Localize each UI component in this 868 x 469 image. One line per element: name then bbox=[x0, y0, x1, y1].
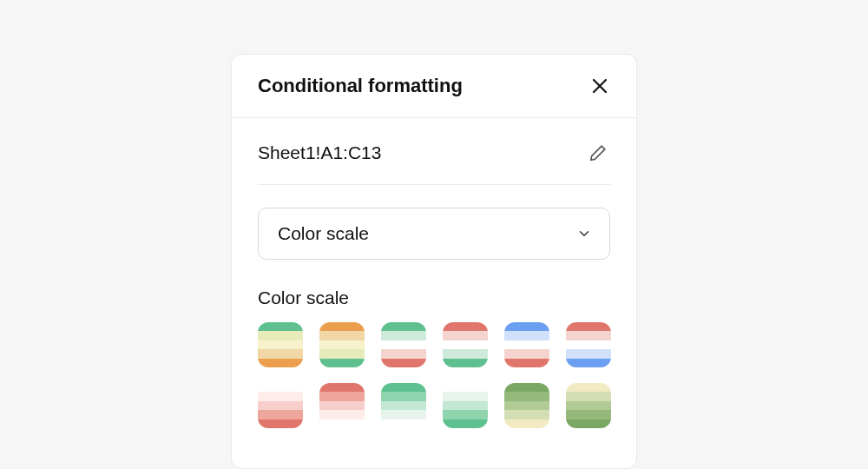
swatch-band bbox=[258, 401, 303, 410]
color-scale-swatch-grid bbox=[258, 322, 610, 428]
swatch-band bbox=[504, 340, 549, 349]
swatch-band bbox=[566, 383, 611, 392]
swatch-band bbox=[504, 419, 549, 428]
swatch-band bbox=[258, 340, 303, 349]
swatch-band bbox=[319, 383, 365, 392]
swatch-band bbox=[443, 419, 488, 428]
swatch-band bbox=[258, 331, 303, 340]
swatch-band bbox=[319, 340, 365, 349]
color-scale-swatch-green-white[interactable] bbox=[381, 383, 426, 428]
close-button[interactable] bbox=[588, 74, 612, 98]
swatch-band bbox=[258, 359, 303, 367]
swatch-band bbox=[566, 401, 611, 410]
swatch-band bbox=[504, 401, 549, 410]
rule-type-select[interactable]: Color scale bbox=[258, 208, 610, 260]
swatch-band bbox=[381, 392, 426, 400]
swatch-band bbox=[504, 359, 549, 367]
swatch-band bbox=[381, 410, 426, 419]
swatch-band bbox=[381, 383, 426, 392]
swatch-band bbox=[258, 383, 303, 392]
swatch-band bbox=[566, 410, 611, 419]
swatch-band bbox=[381, 401, 426, 410]
range-row: Sheet1!A1:C13 bbox=[258, 120, 610, 185]
swatch-band bbox=[319, 331, 365, 340]
color-scale-swatch-red-white[interactable] bbox=[319, 383, 365, 428]
swatch-band bbox=[566, 392, 611, 400]
swatch-band bbox=[258, 349, 303, 358]
swatch-band bbox=[381, 322, 426, 331]
range-text: Sheet1!A1:C13 bbox=[258, 142, 381, 163]
swatch-band bbox=[443, 359, 488, 367]
swatch-band bbox=[443, 322, 488, 331]
rule-type-value: Color scale bbox=[278, 223, 369, 244]
swatch-band bbox=[504, 331, 549, 340]
swatch-band bbox=[381, 419, 426, 428]
swatch-band bbox=[319, 359, 365, 367]
color-scale-swatch-green-yellow-orange[interactable] bbox=[258, 322, 303, 367]
swatch-band bbox=[566, 349, 611, 358]
swatch-band bbox=[258, 410, 303, 419]
close-icon bbox=[591, 77, 608, 95]
panel-header: Conditional formatting bbox=[232, 55, 636, 118]
swatch-band bbox=[381, 359, 426, 367]
color-scale-swatch-green-white-red[interactable] bbox=[381, 322, 426, 367]
swatch-band bbox=[319, 349, 365, 358]
swatch-band bbox=[443, 410, 488, 419]
swatch-band bbox=[566, 340, 611, 349]
swatch-band bbox=[381, 331, 426, 340]
swatch-band bbox=[443, 401, 488, 410]
color-scale-section-label: Color scale bbox=[258, 287, 610, 308]
swatch-band bbox=[504, 349, 549, 358]
panel-body: Color scale Color scale bbox=[232, 185, 636, 428]
swatch-band bbox=[381, 340, 426, 349]
swatch-band bbox=[319, 419, 365, 428]
swatch-band bbox=[566, 419, 611, 428]
swatch-band bbox=[504, 410, 549, 419]
swatch-band bbox=[443, 383, 488, 392]
color-scale-swatch-yellow-green[interactable] bbox=[566, 383, 611, 428]
edit-range-button[interactable] bbox=[586, 141, 610, 165]
swatch-band bbox=[319, 392, 365, 400]
color-scale-swatch-red-white-blue[interactable] bbox=[566, 322, 611, 367]
swatch-band bbox=[566, 359, 611, 367]
chevron-down-icon bbox=[576, 226, 592, 241]
color-scale-swatch-white-green[interactable] bbox=[443, 383, 488, 428]
swatch-band bbox=[504, 383, 549, 392]
pencil-icon bbox=[589, 143, 608, 162]
color-scale-swatch-red-white-green[interactable] bbox=[443, 322, 488, 367]
swatch-band bbox=[258, 322, 303, 331]
color-scale-swatch-orange-yellow-green[interactable] bbox=[319, 322, 365, 367]
swatch-band bbox=[319, 322, 365, 331]
color-scale-swatch-blue-white-red[interactable] bbox=[504, 322, 549, 367]
swatch-band bbox=[258, 419, 303, 428]
swatch-band bbox=[258, 392, 303, 400]
swatch-band bbox=[319, 410, 365, 419]
conditional-formatting-panel: Conditional formatting Sheet1!A1:C13 Col… bbox=[231, 54, 637, 469]
color-scale-swatch-green-yellow[interactable] bbox=[504, 383, 549, 428]
swatch-band bbox=[504, 322, 549, 331]
swatch-band bbox=[319, 401, 365, 410]
swatch-band bbox=[443, 331, 488, 340]
color-scale-swatch-white-red[interactable] bbox=[258, 383, 303, 428]
swatch-band bbox=[566, 331, 611, 340]
swatch-band bbox=[443, 349, 488, 358]
swatch-band bbox=[443, 340, 488, 349]
swatch-band bbox=[566, 322, 611, 331]
swatch-band bbox=[381, 349, 426, 358]
swatch-band bbox=[504, 392, 549, 400]
swatch-band bbox=[443, 392, 488, 400]
panel-title: Conditional formatting bbox=[258, 75, 463, 97]
